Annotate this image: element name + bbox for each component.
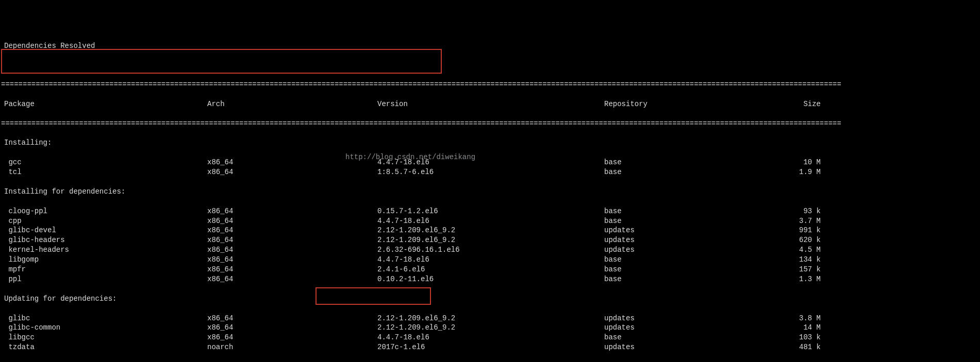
cell-repository: updates (604, 323, 779, 333)
cell-version: 4.4.7-18.el6 (377, 255, 604, 265)
cell-repository: base (604, 158, 779, 167)
package-row: cloog-pplx86_640.15.7-1.2.el6base93 k (1, 206, 979, 216)
cell-arch: x86_64 (207, 167, 377, 177)
cell-package: kernel-headers (1, 245, 207, 255)
package-row: tzdatanoarch2017c-1.el6updates481 k (1, 342, 979, 352)
divider: ========================================… (1, 119, 979, 129)
cell-arch: x86_64 (207, 235, 377, 245)
hdr-arch: Arch (207, 99, 377, 109)
cell-arch: x86_64 (207, 226, 377, 235)
section-installing-deps: Installing for dependencies: (1, 187, 979, 197)
cell-size: 14 M (779, 323, 821, 333)
cell-version: 2.4.1-6.el6 (377, 265, 604, 274)
table-header: Package Arch Version Repository Size (1, 99, 979, 109)
cell-size: 93 k (779, 206, 821, 216)
cell-size: 3.8 M (779, 314, 821, 323)
hdr-size: Size (779, 99, 821, 109)
cell-repository: updates (604, 226, 779, 235)
cell-package: gcc (1, 158, 207, 167)
package-row: mpfrx86_642.4.1-6.el6base157 k (1, 265, 979, 274)
package-row: gccx86_644.4.7-18.el6base10 M (1, 158, 979, 167)
cell-version: 4.4.7-18.el6 (377, 333, 604, 342)
cell-package: libgcc (1, 333, 207, 342)
highlight-box-installing (1, 49, 442, 74)
cell-package: glibc-common (1, 323, 207, 333)
package-row: glibc-headersx86_642.12-1.209.el6_9.2upd… (1, 235, 979, 245)
package-row: glibcx86_642.12-1.209.el6_9.2updates3.8 … (1, 314, 979, 323)
cell-size: 10 M (779, 158, 821, 167)
title: Dependencies Resolved (1, 41, 979, 51)
cell-arch: x86_64 (207, 245, 377, 255)
cell-arch: x86_64 (207, 314, 377, 323)
cell-package: mpfr (1, 265, 207, 274)
cell-repository: base (604, 333, 779, 342)
cell-version: 2.12-1.209.el6_9.2 (377, 226, 604, 235)
cell-size: 103 k (779, 333, 821, 342)
cell-repository: base (604, 265, 779, 274)
cell-package: glibc-headers (1, 235, 207, 245)
cell-repository: base (604, 206, 779, 216)
hdr-repository: Repository (604, 99, 779, 109)
cell-arch: x86_64 (207, 255, 377, 265)
package-row: libgccx86_644.4.7-18.el6base103 k (1, 333, 979, 342)
cell-size: 4.5 M (779, 245, 821, 255)
cell-repository: updates (604, 235, 779, 245)
cell-size: 991 k (779, 226, 821, 235)
cell-size: 134 k (779, 255, 821, 265)
cell-repository: base (604, 255, 779, 265)
section-installing: Installing: (1, 138, 979, 148)
section-updating-deps: Updating for dependencies: (1, 294, 979, 304)
cell-size: 620 k (779, 235, 821, 245)
cell-version: 0.10.2-11.el6 (377, 274, 604, 284)
divider: ========================================… (1, 80, 979, 90)
cell-package: libgomp (1, 255, 207, 265)
cell-arch: x86_64 (207, 206, 377, 216)
cell-package: cloog-ppl (1, 206, 207, 216)
cell-version: 2017c-1.el6 (377, 342, 604, 352)
package-row: kernel-headersx86_642.6.32-696.16.1.el6u… (1, 245, 979, 255)
cell-package: glibc (1, 314, 207, 323)
cell-repository: base (604, 216, 779, 226)
cell-size: 1.3 M (779, 274, 821, 284)
package-row: cppx86_644.4.7-18.el6base3.7 M (1, 216, 979, 226)
cell-version: 2.12-1.209.el6_9.2 (377, 323, 604, 333)
cell-version: 2.6.32-696.16.1.el6 (377, 245, 604, 255)
cell-arch: x86_64 (207, 333, 377, 342)
cell-size: 1.9 M (779, 167, 821, 177)
cell-arch: x86_64 (207, 265, 377, 274)
cell-package: glibc-devel (1, 226, 207, 235)
cell-repository: updates (604, 314, 779, 323)
cell-size: 3.7 M (779, 216, 821, 226)
package-row: glibc-commonx86_642.12-1.209.el6_9.2upda… (1, 323, 979, 333)
cell-package: tcl (1, 167, 207, 177)
package-row: pplx86_640.10.2-11.el6base1.3 M (1, 274, 979, 284)
package-row: glibc-develx86_642.12-1.209.el6_9.2updat… (1, 226, 979, 235)
cell-package: ppl (1, 274, 207, 284)
cell-arch: x86_64 (207, 216, 377, 226)
package-row: libgompx86_644.4.7-18.el6base134 k (1, 255, 979, 265)
cell-size: 157 k (779, 265, 821, 274)
cell-version: 4.4.7-18.el6 (377, 216, 604, 226)
cell-version: 0.15.7-1.2.el6 (377, 206, 604, 216)
watermark: http://blog.csdn.net/diweikang (345, 152, 475, 162)
cell-repository: updates (604, 342, 779, 352)
cell-repository: updates (604, 245, 779, 255)
cell-version: 1:8.5.7-6.el6 (377, 167, 604, 177)
cell-arch: x86_64 (207, 323, 377, 333)
cell-repository: base (604, 167, 779, 177)
cell-package: cpp (1, 216, 207, 226)
hdr-package: Package (1, 99, 207, 109)
hdr-version: Version (377, 99, 604, 109)
cell-version: 2.12-1.209.el6_9.2 (377, 314, 604, 323)
cell-repository: base (604, 274, 779, 284)
package-row: tclx86_641:8.5.7-6.el6base1.9 M (1, 167, 979, 177)
cell-arch: x86_64 (207, 274, 377, 284)
cell-arch: noarch (207, 342, 377, 352)
cell-size: 481 k (779, 342, 821, 352)
cell-version: 2.12-1.209.el6_9.2 (377, 235, 604, 245)
cell-package: tzdata (1, 342, 207, 352)
